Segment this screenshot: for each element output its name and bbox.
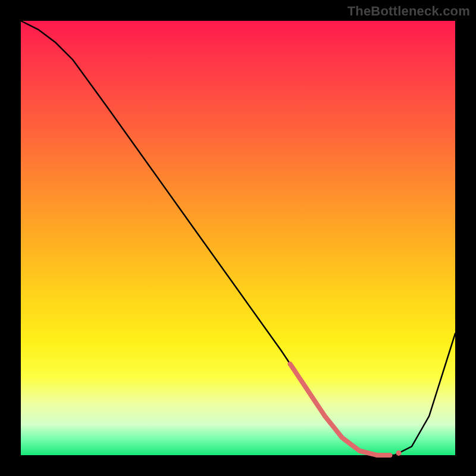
plot-area bbox=[21, 21, 455, 455]
chart-frame: TheBottleneck.com bbox=[0, 0, 476, 476]
bottleneck-curve bbox=[21, 21, 455, 455]
watermark: TheBottleneck.com bbox=[347, 4, 470, 19]
flat-segment bbox=[290, 364, 390, 455]
curve-svg bbox=[21, 21, 455, 455]
flat-segment-end-dot bbox=[396, 450, 402, 456]
